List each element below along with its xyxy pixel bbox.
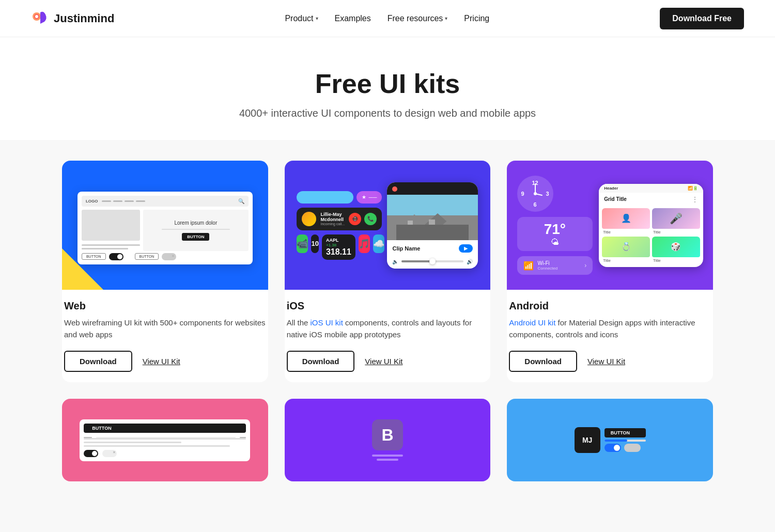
web-view-kit-link[interactable]: View UI Kit <box>143 357 180 366</box>
android-status-icons: 📶🔋 <box>688 186 698 191</box>
android-grid: 👤 Title 🎤 Title <box>599 206 703 267</box>
mui-right-controls: BUTTON <box>605 428 646 452</box>
card-web-desc: Web wireframing UI kit with 500+ compone… <box>64 317 266 340</box>
svg-point-2 <box>35 15 38 18</box>
nav-links: Product ▾ Examples Free resources ▾ Pric… <box>285 14 489 23</box>
web-sidebar <box>82 210 140 251</box>
ios-call-info: Lillie-May Mcdonnell Incoming call... <box>320 212 345 226</box>
android-more-icon: ⋮ <box>692 196 698 203</box>
ios-widget-stack: ★ —— Lillie-May Mcdonnell Incoming call.… <box>297 191 382 260</box>
ios-cloud-icon: ☁️ <box>373 234 384 253</box>
card-android-desc: Android UI kit for Material Design apps … <box>509 317 711 340</box>
web-btn3: BUTTON <box>135 253 159 260</box>
card-android: 12 3 6 9 71° 🌤 <box>507 161 713 382</box>
ios-close-button <box>392 186 397 192</box>
card-bootstrap: B <box>285 399 491 481</box>
web-download-button[interactable]: Download <box>64 351 132 372</box>
bootstrap-icon: B <box>372 419 403 450</box>
web-mockup: LOGO 🔍 Lorem ipsum dolor <box>78 192 253 264</box>
card-web-body: Web Web wireframing UI kit with 500+ com… <box>62 290 268 382</box>
card-ios-image: ★ —— Lillie-May Mcdonnell Incoming call.… <box>285 161 491 290</box>
web-sidebar-block <box>82 210 140 241</box>
nav-pricing[interactable]: Pricing <box>464 14 489 23</box>
ios-pill-blue <box>297 191 353 204</box>
card-ios-body: iOS All the iOS UI kit components, contr… <box>285 290 491 382</box>
logo-text: Justinmind <box>54 12 114 25</box>
ios-kit-link[interactable]: iOS UI kit <box>311 318 343 327</box>
ios-stocks-widget: AAPL +1.38 318.11 <box>322 234 355 260</box>
ios-decline-button: 📵 <box>349 213 361 225</box>
mui-logo-icon: MJ <box>575 427 600 453</box>
hero-section: Free UI kits 4000+ interactive UI compon… <box>0 37 775 140</box>
ios-volume-max-icon: 🔊 <box>467 259 473 264</box>
android-phone-status-bar: Header 📶🔋 <box>599 184 703 193</box>
card-mobile-wireframe: BUTTON <box>62 399 268 481</box>
android-download-button[interactable]: Download <box>509 351 577 372</box>
card-ios-actions: Download View UI Kit <box>287 351 489 372</box>
ios-widget-top: ★ —— <box>297 191 382 204</box>
mui-mockup: MJ BUTTON <box>517 427 703 453</box>
android-thumb-4: 🎲 <box>652 237 700 257</box>
ios-phone-mockup: Clip Name ▶ 🔈 🔊 <box>387 182 478 269</box>
svg-marker-4 <box>404 214 425 225</box>
mui-button-mock: BUTTON <box>605 428 646 437</box>
card-web: LOGO 🔍 Lorem ipsum dolor <box>62 161 268 382</box>
ios-music-icon: 🎵 <box>359 234 370 253</box>
mui-toggle-off <box>624 444 641 452</box>
android-clock-widget: 12 3 6 9 <box>517 176 553 212</box>
ios-call-widget: Lillie-May Mcdonnell Incoming call... 📵 … <box>297 208 382 230</box>
android-item-label-2: Title <box>652 230 700 234</box>
cards-section: LOGO 🔍 Lorem ipsum dolor <box>0 140 775 502</box>
ios-house-image <box>387 195 478 240</box>
svg-point-11 <box>534 192 537 195</box>
pink-mockup: BUTTON <box>80 419 250 461</box>
svg-rect-7 <box>429 220 435 225</box>
nav-examples[interactable]: Examples <box>335 14 371 23</box>
bootstrap-mockup: B <box>372 419 403 461</box>
web-toggle-off: ✕ <box>162 253 176 260</box>
android-grid-item-3: 💍 Title <box>602 237 650 263</box>
pink-toggle-on <box>84 450 98 457</box>
card-android-image: 12 3 6 9 71° 🌤 <box>507 161 713 290</box>
mui-slider-fill <box>605 440 627 442</box>
nav-download-free-button[interactable]: Download Free <box>660 8 744 29</box>
android-view-kit-link[interactable]: View UI Kit <box>587 357 625 366</box>
web-toggle-on <box>109 253 123 260</box>
ios-avatar <box>302 212 316 226</box>
ios-volume-track <box>401 260 463 262</box>
card-mui: MJ BUTTON <box>507 399 713 481</box>
android-kit-link[interactable]: Android UI kit <box>509 318 555 327</box>
web-nav-bar: LOGO 🔍 <box>82 196 249 207</box>
card-web-title: Web <box>64 300 266 312</box>
page-title: Free UI kits <box>10 68 765 99</box>
web-mockup-body: Lorem ipsum dolor BUTTON <box>82 210 249 251</box>
ios-view-kit-link[interactable]: View UI Kit <box>365 357 402 366</box>
ios-download-button[interactable]: Download <box>287 351 355 372</box>
svg-rect-5 <box>408 221 413 225</box>
card-ios-title: iOS <box>287 300 489 312</box>
android-item-label-3: Title <box>602 258 650 263</box>
pink-button-mock: BUTTON <box>84 424 246 433</box>
android-wifi-chevron-icon: › <box>584 262 586 269</box>
ios-phone-header <box>387 182 478 195</box>
nav-free-resources[interactable]: Free resources ▾ <box>388 14 448 23</box>
android-phone-header: Grid Title ⋮ <box>599 193 703 206</box>
web-toggle-row: BUTTON BUTTON ✕ <box>82 253 249 260</box>
ios-clip-info: Clip Name ▶ <box>387 240 478 257</box>
card-android-actions: Download View UI Kit <box>509 351 711 372</box>
card-android-body: Android Android UI kit for Material Desi… <box>507 290 713 382</box>
nav-product[interactable]: Product ▾ <box>285 14 318 23</box>
ios-app-icons: 📹 10 AAPL +1.38 318.11 🎵 ☁️ <box>297 234 382 260</box>
android-item-label-4: Title <box>652 258 700 263</box>
mui-toggle-on <box>605 444 621 452</box>
ios-call-buttons: 📵 📞 <box>349 213 377 225</box>
ios-pill-purple: ★ —— <box>357 191 382 204</box>
pink-toggle-off <box>102 450 117 457</box>
card-android-title: Android <box>509 300 711 312</box>
card-ios: ★ —— Lillie-May Mcdonnell Incoming call.… <box>285 161 491 382</box>
web-main-content: Lorem ipsum dolor BUTTON <box>143 210 249 251</box>
android-grid-item-2: 🎤 Title <box>652 208 700 234</box>
logo[interactable]: Justinmind <box>31 9 114 28</box>
svg-marker-8 <box>443 215 463 225</box>
pink-lines <box>84 438 246 447</box>
